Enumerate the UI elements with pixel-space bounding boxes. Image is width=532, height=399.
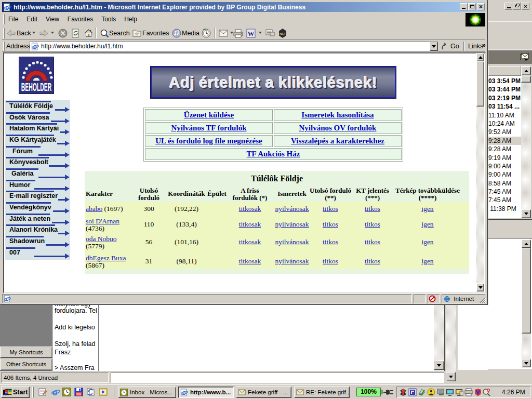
svg-text:NET: NET [280, 32, 286, 35]
svg-text:e: e [6, 296, 9, 302]
svg-text:e: e [182, 389, 186, 396]
svg-text:e: e [33, 43, 37, 50]
svg-text:W: W [248, 30, 255, 37]
svg-text:e: e [5, 4, 9, 11]
svg-text:BEHOLDER: BEHOLDER [21, 81, 52, 94]
